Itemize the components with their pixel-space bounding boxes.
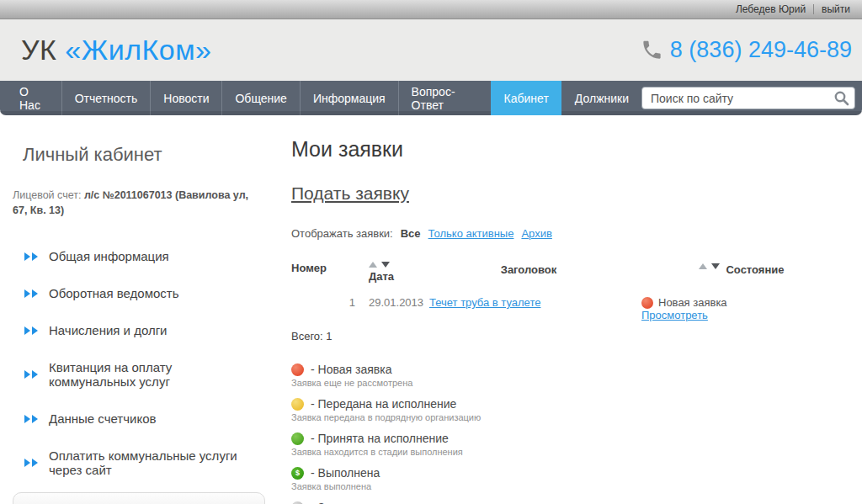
page-title: Мои заявки <box>291 137 854 162</box>
sidebar-title: Личный кабинет <box>23 144 265 166</box>
request-date: 29.01.2013 <box>359 296 428 321</box>
filter-option-archive[interactable]: Архив <box>521 227 551 240</box>
legend-item-new: - Новая заявка Заявка еще не рассмотрена <box>291 363 854 388</box>
nav-item-reports[interactable]: Отчетность <box>61 81 151 115</box>
my-requests-page: Мои заявки Подать заявку Отображать заяв… <box>278 115 862 504</box>
logo-prefix: УК <box>21 34 56 66</box>
sidebar-item-label: Данные счетчиков <box>49 411 156 426</box>
sidebar-item-general-info[interactable]: Общая информация <box>13 241 265 271</box>
status-dot-completed-icon: $ <box>291 467 304 480</box>
double-arrow-icon <box>24 289 38 298</box>
column-header-date: Дата <box>369 270 428 283</box>
user-name: Лебедев Юрий <box>736 3 806 15</box>
site-logo: УК «ЖилКом» <box>21 34 212 66</box>
legend-title: - Завершена <box>311 501 380 504</box>
requests-table-header: Номер Дата Заголовок Состояние <box>291 262 854 283</box>
double-arrow-icon <box>24 459 38 467</box>
sidebar-item-my-requests[interactable]: Мои заявки <box>13 492 265 504</box>
site-header: УК «ЖилКом» 8 (836) 249-46-89 <box>0 19 862 81</box>
search-icon[interactable] <box>833 90 849 106</box>
legend-desc: Заявка выполнена <box>291 481 854 491</box>
legend-item-transferred: - Передана на исполнение Заявка передана… <box>291 397 854 422</box>
sidebar-item-label: Квитанция на оплату коммунальных услуг <box>49 360 254 389</box>
content-area: Личный кабинет Лицевой счет: л/с №201106… <box>0 115 862 504</box>
legend-title: - Передана на исполнение <box>311 397 456 411</box>
main-nav: О Нас Отчетность Новости Общение Информа… <box>0 81 862 115</box>
legend-title: - Принята на исполнение <box>311 432 449 445</box>
divider <box>813 4 814 14</box>
status-dot-new <box>641 297 653 309</box>
sort-desc-icon[interactable] <box>711 263 720 269</box>
legend-desc: Заявка передана в подрядную организацию <box>291 412 854 422</box>
legend-item-completed: $ - Выполнена Заявка выполнена <box>291 466 854 491</box>
nav-item-debtors[interactable]: Должники <box>561 81 641 115</box>
filter-option-all[interactable]: Все <box>401 227 421 240</box>
logo-name: «ЖилКом» <box>65 34 211 66</box>
nav-item-communication[interactable]: Общение <box>221 81 299 115</box>
requests-total: Всего: 1 <box>291 330 854 342</box>
requests-filter: Отображать заявки: Все Только активные А… <box>291 227 854 240</box>
phone-number: 8 (836) 249-46-89 <box>670 37 852 63</box>
legend-item-closed: - Завершена Заявка закрыта <box>291 501 854 504</box>
logout-link[interactable]: выйти <box>822 3 850 15</box>
legend-title: - Выполнена <box>311 466 380 480</box>
sidebar-item-label: Оплатить коммунальные услуги через сайт <box>49 448 254 477</box>
legend-title: - Новая заявка <box>311 363 391 376</box>
account-label: Лицевой счет: <box>13 189 81 201</box>
status-dot-accepted-icon <box>291 432 304 445</box>
sort-desc-icon[interactable] <box>381 262 390 268</box>
request-row: 1 29.01.2013 Течет труба в туалете Новая… <box>291 296 854 321</box>
search-input[interactable] <box>641 87 855 109</box>
status-dot-transferred-icon <box>291 398 304 411</box>
legend-desc: Заявка еще не рассмотрена <box>291 378 854 388</box>
filter-option-active[interactable]: Только активные <box>428 227 514 240</box>
nav-item-cabinet[interactable]: Кабинет <box>491 81 561 115</box>
sidebar-item-receipt[interactable]: Квитанция на оплату коммунальных услуг <box>13 353 265 396</box>
sidebar-item-label: Оборотная ведомость <box>49 286 179 300</box>
account-info: Лицевой счет: л/с №2011067013 (Вавилова … <box>13 188 261 218</box>
nav-item-about[interactable]: О Нас <box>7 81 61 115</box>
nav-item-news[interactable]: Новости <box>150 81 221 115</box>
double-arrow-icon <box>24 252 38 261</box>
sort-asc-icon[interactable] <box>369 262 377 268</box>
status-dot-new-icon <box>291 363 304 376</box>
sidebar-item-turnover-sheet[interactable]: Оборотная ведомость <box>13 279 265 308</box>
status-dot-closed-icon <box>291 501 304 504</box>
sidebar-item-label: Начисления и долги <box>49 323 168 337</box>
double-arrow-icon <box>24 370 38 379</box>
contact-phone: 8 (836) 249-46-89 <box>641 37 852 63</box>
sidebar-item-meter-data[interactable]: Данные счетчиков <box>13 404 265 433</box>
cabinet-sidebar: Личный кабинет Лицевой счет: л/с №201106… <box>0 115 278 504</box>
status-legend: - Новая заявка Заявка еще не рассмотрена… <box>291 363 854 504</box>
nav-item-qa[interactable]: Вопрос-Ответ <box>398 81 491 115</box>
submit-request-link[interactable]: Подать заявку <box>291 183 409 204</box>
request-title-link[interactable]: Течет труба в туалете <box>429 296 540 309</box>
sidebar-item-label: Общая информация <box>49 249 169 263</box>
site-search <box>641 87 855 109</box>
legend-item-accepted: - Принята на исполнение Заявка находится… <box>291 432 854 457</box>
view-request-link[interactable]: Просмотреть <box>641 309 708 321</box>
sidebar-item-charges-debts[interactable]: Начисления и долги <box>13 316 265 345</box>
sidebar-item-pay-online[interactable]: Оплатить коммунальные услуги через сайт <box>13 441 265 485</box>
request-number: 1 <box>291 296 359 321</box>
legend-desc: Заявка находится в стадии выполнения <box>291 447 854 457</box>
sort-by-date-control[interactable] <box>369 262 428 268</box>
sort-asc-icon[interactable] <box>699 263 707 269</box>
filter-label: Отображать заявки: <box>291 227 393 240</box>
column-header-status: Состояние <box>726 263 784 276</box>
request-status: Новая заявка <box>658 296 727 309</box>
double-arrow-icon <box>24 326 38 335</box>
top-user-bar: Лебедев Юрий выйти <box>0 0 862 19</box>
phone-icon <box>641 39 663 61</box>
nav-item-information[interactable]: Информация <box>300 81 398 115</box>
double-arrow-icon <box>24 415 38 423</box>
sort-by-status-control[interactable] <box>699 263 720 269</box>
column-header-number: Номер <box>291 262 359 283</box>
column-header-title: Заголовок <box>428 262 630 283</box>
